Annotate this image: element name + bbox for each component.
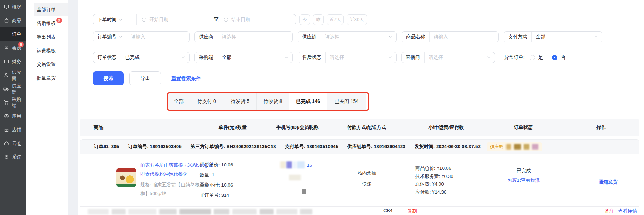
col-product: 商品 [94,119,103,136]
chevron-down-icon [182,56,189,58]
export-button[interactable]: 导出 [129,71,161,85]
abnormal-no-radio[interactable] [552,55,557,60]
package-logistics-link[interactable]: 包裹1:查看物流 [506,175,541,185]
redacted-block [514,144,521,150]
copy-link[interactable]: 复制 [408,208,417,214]
pay-method-select[interactable]: 全部 [532,34,550,40]
tech-service-fee: 技术服务费: ¥0.30 [415,173,453,181]
chevron-down-icon [487,56,495,58]
after-sales-status-select[interactable]: 请选择 [326,54,348,61]
order-row: 订单ID: 305 订单编号: 189163503405 第三方订单编号: SN… [80,139,639,215]
sidebar-item-label: 供应链 [12,83,26,95]
supplier-filter[interactable]: 供应商 请选择 [194,31,293,42]
tab-pending-payment[interactable]: 待支付 0 [190,93,224,110]
order-no-filter[interactable]: 订单编号 请输入 [93,31,190,42]
shop-icon [3,127,9,132]
live-room-filter[interactable]: 直播间 请选择 [401,52,495,63]
product-image[interactable] [116,168,136,187]
payment-cell: 站内余额 快递 [339,169,395,188]
submenu-item-export-list[interactable]: 导出列表 [26,30,68,44]
sidebar-item-system[interactable]: 系统 [0,150,26,164]
sidebar-item-cloud-warehouse[interactable]: 云仓 [0,137,26,150]
orders-submenu: 全部订单 售后维权 0 导出列表 运费模板 交易设置 批量发货 [26,0,68,215]
product-name-filter[interactable]: 商品名称 请输入 [402,31,499,42]
submenu-item-label: 批量发货 [37,75,56,81]
sidebar-item-products[interactable]: 商品 [0,14,26,27]
order-no-input[interactable]: 请输入 [127,34,150,40]
pay-method-filter[interactable]: 支付方式 全部 [504,31,602,42]
sidebar-item-supplier[interactable]: 供应商 [0,68,26,82]
sidebar-item-label: 系统 [12,154,21,160]
tab-all[interactable]: 全部 [168,93,190,110]
sidebar-item-label: 概况 [12,4,21,10]
sidebar-item-label: 财务 [12,58,21,65]
sidebar-item-members[interactable]: 会员 6 [0,41,26,55]
supply-chain-filter[interactable]: 供应链 请选择 [298,31,397,42]
chevron-down-icon [389,36,396,38]
after-sales-status-filter[interactable]: 售后状态 请选择 [298,52,397,63]
quick-30days-button[interactable]: 近30天 [347,14,367,25]
supply-chain-select[interactable]: 请选择 [321,34,344,40]
supplier-select[interactable]: 请选择 [218,34,241,40]
sidebar-item-finance[interactable]: 财务 [0,55,26,68]
quick-today-button[interactable]: 今 [299,14,310,25]
sidebar-item-overview[interactable]: 概况 [0,0,26,14]
chevron-down-icon [119,36,122,38]
abnormal-yes-radio[interactable] [530,55,535,60]
redacted-block [302,189,306,194]
col-member: 手机号(ID)/会员昵称 [269,119,325,136]
submenu-item-batch-ship[interactable]: 批量发货 [26,71,68,85]
member-cell: 16 [280,161,350,168]
redacted-block [297,161,305,168]
sub-order-number: 子订单号: 314 [200,190,263,200]
view-detail-link[interactable]: 查看详情 [618,208,637,214]
sidebar-item-shop[interactable]: 店铺 [0,123,26,137]
tab-completed[interactable]: 已完成 146 [289,93,327,110]
date-type-select[interactable]: 下单时间 [98,16,116,23]
search-button[interactable]: 搜索 [93,71,124,85]
chevron-down-icon [119,19,122,21]
remark-link[interactable]: 备注 [604,208,614,214]
redacted-block [524,144,529,150]
member-id-link[interactable]: 16 [307,162,312,168]
notify-ship-link[interactable]: 通知发货 [580,178,636,186]
sidebar-item-orders[interactable]: 订单 [0,27,26,41]
clock-icon [224,17,228,22]
unit-qty-cell: 供货单价: 10.06 数量: 1 金额小计: 10.06 子订单号: 314 [200,160,263,200]
col-actions: 操作 [573,119,629,136]
submenu-item-all-orders[interactable]: 全部订单 [26,3,68,16]
quick-7days-button[interactable]: 近7天 [327,14,344,25]
submenu-item-freight-template[interactable]: 运费模板 [26,44,68,57]
goods-total: 商品总价: ¥10.06 [415,165,453,173]
tab-pending-receive[interactable]: 待收货 8 [257,93,289,110]
quick-yesterday-button[interactable]: 昨 [313,14,324,25]
sidebar-item-procurement[interactable]: 采购端 [0,96,26,109]
date-to-label: 至 [214,16,219,23]
dashboard-icon [3,4,9,9]
order-status-filter[interactable]: 订单状态 已完成 [93,52,190,63]
chevron-down-icon [285,56,292,58]
procurement-select[interactable]: 全部 [218,54,236,61]
col-payment: 付款方式/配送方式 [339,119,395,136]
tab-pending-ship[interactable]: 待发货 5 [224,93,257,110]
order-admin-app: 概况 商品 订单 会员 6 财务 供应商 供应链 采购端 [0,0,644,215]
delivery-method: 快递 [339,180,395,188]
reset-filters-link[interactable]: 重置搜索条件 [171,76,201,82]
submenu-item-after-sales[interactable]: 售后维权 0 [26,16,68,30]
product-name-input[interactable]: 请输入 [430,34,452,40]
tab-closed[interactable]: 已关闭 154 [327,93,366,110]
sidebar-item-apps[interactable]: 应用 [0,109,26,123]
order-status-select[interactable]: 已完成 [121,54,144,61]
order-time-range-filter[interactable]: 下单时间 开始日期 至 结束日期 [93,14,296,25]
start-date-input[interactable]: 开始日期 [137,16,214,23]
live-room-select[interactable]: 请选择 [425,54,447,61]
status-cell: 已完成 包裹1:查看物流 [496,168,552,185]
after-sales-count-badge: 0 [56,18,62,23]
redacted-block [506,144,511,150]
sidebar-item-supply-chain[interactable]: 供应链 [0,82,26,96]
total-freight: 总运费: ¥4.00 [415,180,453,188]
redacted-block [289,175,301,180]
end-date-input[interactable]: 结束日期 [219,16,296,23]
procurement-filter[interactable]: 采购端 全部 [194,52,293,63]
submenu-item-trade-settings[interactable]: 交易设置 [26,57,68,71]
